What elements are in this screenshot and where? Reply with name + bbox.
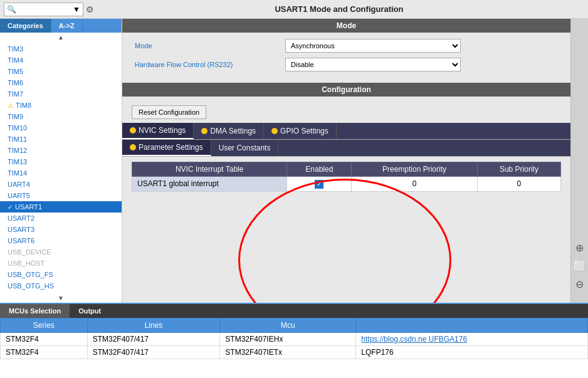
sidebar-item-usb-otg-hs[interactable]: USB_OTG_HS — [0, 280, 122, 291]
mcu-cell-0: STM32F407IEHx — [220, 333, 356, 346]
sidebar-tabs: Categories A->Z — [0, 19, 122, 33]
mode-select-wrapper: Asynchronous Synchronous Disable — [285, 39, 461, 53]
sidebar-item-uart4[interactable]: UART4 — [0, 179, 122, 190]
checkbox-checked-icon: ✓ — [315, 180, 323, 189]
sidebar-item-usart2[interactable]: USART2 — [0, 213, 122, 224]
sidebar-item-tim13[interactable]: TIM13 — [0, 156, 122, 167]
tab-az[interactable]: A->Z — [51, 19, 83, 33]
user-constants-label: User Constants — [219, 144, 271, 152]
top-bar: 🔍 ▼ ⚙ USART1 Mode and Configuration — [0, 0, 588, 19]
sidebar-item-usart1[interactable]: USART1 — [0, 201, 122, 213]
col-header-name: NVIC Interrupt Table — [132, 162, 287, 177]
bottom-tab-output[interactable]: Output — [70, 304, 110, 318]
zoom-in-button[interactable]: ⊕ — [575, 242, 584, 254]
bottom-tab-mcus[interactable]: MCUs Selection — [0, 304, 70, 318]
bottom-area: MCUs Selection Output Series Lines Mcu S… — [0, 303, 588, 378]
search-box[interactable]: 🔍 ▼ — [4, 3, 83, 16]
mode-label: Mode — [135, 42, 285, 50]
flow-control-select[interactable]: Disable CTS Only RTS Only CTS/RTS — [285, 58, 461, 71]
lines-cell-0: STM32F407/417 — [87, 333, 220, 346]
sidebar-item-usb-device[interactable]: USB_DEVICE — [0, 246, 122, 258]
parameter-settings-label: Parameter Settings — [139, 143, 203, 152]
dropdown-arrow[interactable]: ▼ — [73, 5, 80, 14]
nvic-table: NVIC Interrupt Table Enabled Preemption … — [132, 162, 561, 192]
param-dot — [130, 144, 136, 150]
sidebar-item-usb-otg-fs[interactable]: USB_OTG_FS — [0, 269, 122, 280]
sidebar-item-tim3[interactable]: TIM3 — [0, 43, 122, 55]
preemption-priority-value[interactable]: 0 — [352, 177, 478, 192]
mode-row-mode: Mode Asynchronous Synchronous Disable — [135, 39, 558, 53]
bottom-col-lines: Lines — [87, 318, 220, 333]
interrupt-name: USART1 global interrupt — [132, 177, 287, 192]
sidebar-item-tim14[interactable]: TIM14 — [0, 167, 122, 179]
sidebar-item-tim5[interactable]: TIM5 — [0, 66, 122, 77]
gear-icon[interactable]: ⚙ — [86, 4, 94, 14]
flow-control-label: Hardware Flow Control (RS232) — [135, 61, 285, 68]
sidebar: Categories A->Z ▲ TIM3 TIM4 TIM5 TIM6 TI… — [0, 19, 122, 303]
nvic-dot — [130, 127, 136, 134]
zoom-out-button[interactable]: ⊖ — [575, 278, 584, 290]
table-row: USART1 global interrupt ✓ 0 0 — [132, 177, 561, 192]
frame-button[interactable]: ⬜ — [574, 260, 586, 272]
sidebar-item-uart5[interactable]: UART5 — [0, 190, 122, 201]
sidebar-item-tim10[interactable]: TIM10 — [0, 122, 122, 134]
table-row: STM32F4 STM32F407/417 STM32F407IETx LQFP… — [1, 346, 588, 359]
lines-cell-1: STM32F407/417 — [87, 346, 220, 359]
series-cell-0: STM32F4 — [1, 333, 88, 346]
bottom-tabs: MCUs Selection Output — [0, 304, 588, 318]
config-header: Configuration — [122, 83, 570, 97]
sidebar-item-usart6[interactable]: USART6 — [0, 235, 122, 246]
sidebar-item-tim7[interactable]: TIM7 — [0, 88, 122, 100]
sidebar-list: TIM3 TIM4 TIM5 TIM6 TIM7 TIM8 TIM9 TIM10… — [0, 42, 122, 293]
mode-header: Mode — [122, 19, 570, 33]
bottom-table: Series Lines Mcu STM32F4 STM32F407/417 S… — [0, 318, 588, 359]
bottom-col-link — [356, 318, 588, 333]
mode-row-flowctl: Hardware Flow Control (RS232) Disable CT… — [135, 58, 558, 71]
sidebar-item-tim11[interactable]: TIM11 — [0, 134, 122, 145]
main-layout: Categories A->Z ▲ TIM3 TIM4 TIM5 TIM6 TI… — [0, 19, 588, 303]
tab-nvic-settings[interactable]: NVIC Settings — [122, 123, 194, 139]
sidebar-scroll-up[interactable]: ▲ — [0, 33, 122, 42]
enabled-checkbox[interactable]: ✓ — [287, 177, 352, 192]
bottom-col-mcu: Mcu — [220, 318, 356, 333]
reset-config-button[interactable]: Reset Configuration — [132, 105, 206, 119]
window-title: USART1 Mode and Configuration — [94, 4, 584, 14]
content-container: Mode Mode Asynchronous Synchronous Disab… — [122, 19, 570, 303]
mcu-cell-1: STM32F407IETx — [220, 346, 356, 359]
col-header-enabled: Enabled — [287, 162, 352, 177]
tab-gpio-settings[interactable]: GPIO Settings — [264, 123, 337, 139]
flow-control-select-wrapper: Disable CTS Only RTS Only CTS/RTS — [285, 58, 461, 71]
tab-dma-settings[interactable]: DMA Settings — [194, 123, 264, 139]
series-cell-1: STM32F4 — [1, 346, 88, 359]
sidebar-item-tim8[interactable]: TIM8 — [0, 100, 122, 111]
tab-user-constants[interactable]: User Constants — [211, 140, 279, 156]
tabs-row2: Parameter Settings User Constants — [122, 140, 570, 157]
nvic-settings-label: NVIC Settings — [139, 126, 186, 135]
right-panel: ⊕ ⬜ ⊖ — [570, 19, 588, 303]
config-area: Configuration Reset Configuration NVIC S… — [122, 83, 570, 303]
content-area: Mode Mode Asynchronous Synchronous Disab… — [122, 19, 570, 303]
col-header-sub: Sub Priority — [477, 162, 560, 177]
gpio-dot — [271, 128, 278, 134]
sidebar-item-tim9[interactable]: TIM9 — [0, 111, 122, 122]
search-input[interactable] — [16, 6, 73, 13]
tabs-row1: NVIC Settings DMA Settings GPIO Settings — [122, 123, 570, 140]
mode-select[interactable]: Asynchronous Synchronous Disable — [285, 39, 461, 53]
dma-settings-label: DMA Settings — [210, 127, 256, 135]
mode-section: Mode Asynchronous Synchronous Disable Ha… — [122, 33, 570, 83]
sub-priority-value[interactable]: 0 — [477, 177, 560, 192]
bottom-col-series: Series — [1, 318, 88, 333]
sidebar-item-usart3[interactable]: USART3 — [0, 224, 122, 235]
sidebar-item-tim12[interactable]: TIM12 — [0, 145, 122, 156]
table-row: STM32F4 STM32F407/417 STM32F407IEHx http… — [1, 333, 588, 346]
sidebar-scroll-down[interactable]: ▼ — [0, 293, 122, 303]
sidebar-item-usb-host[interactable]: USB_HOST — [0, 258, 122, 269]
link-cell-0[interactable]: https://blog.csdn.ne UFBGA176 — [356, 333, 588, 346]
sidebar-item-tim6[interactable]: TIM6 — [0, 77, 122, 88]
tab-parameter-settings[interactable]: Parameter Settings — [122, 140, 211, 156]
col-header-preemption: Preemption Priority — [352, 162, 478, 177]
tab-categories[interactable]: Categories — [0, 19, 51, 33]
gpio-settings-label: GPIO Settings — [280, 127, 328, 135]
search-icon: 🔍 — [7, 5, 16, 14]
sidebar-item-tim4[interactable]: TIM4 — [0, 55, 122, 66]
